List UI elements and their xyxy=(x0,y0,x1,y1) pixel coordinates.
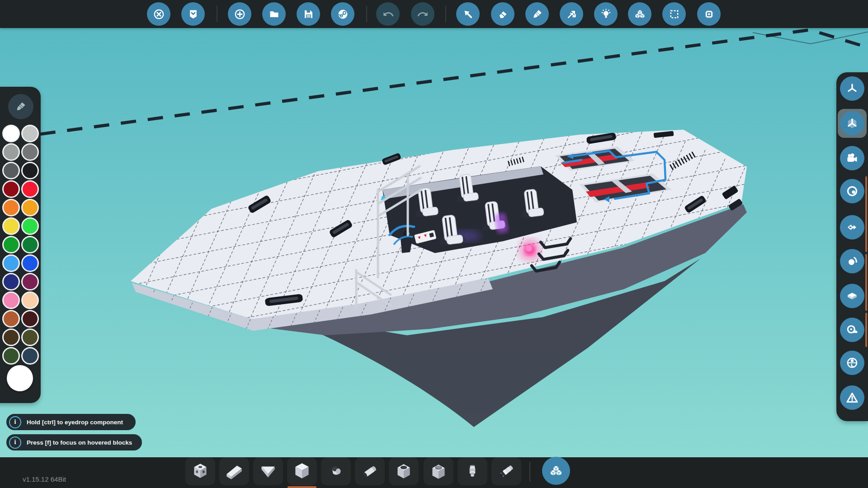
logic-tool-button[interactable] xyxy=(697,2,721,26)
pink-light-core xyxy=(526,245,532,252)
block-slot-hole-block[interactable] xyxy=(389,457,419,485)
color-swatch[interactable] xyxy=(2,310,20,328)
wedge-block-icon xyxy=(224,461,245,482)
camera-mode-button[interactable] xyxy=(840,146,864,170)
eraser-tool-button[interactable] xyxy=(491,2,514,26)
box-select-tool-button[interactable] xyxy=(662,2,686,26)
undo-icon xyxy=(382,8,394,20)
joint-block-icon xyxy=(462,461,483,482)
save-button[interactable] xyxy=(297,2,320,26)
steam-icon xyxy=(337,8,349,20)
scroll-indicator[interactable] xyxy=(865,254,867,311)
block-slot-pipe-elbow[interactable] xyxy=(321,457,351,485)
tooltip-text: Hold [ctrl] to eyedrop component xyxy=(27,419,123,426)
color-swatch[interactable] xyxy=(21,254,39,272)
hole-block-icon xyxy=(393,461,414,482)
blocks-tool-button[interactable] xyxy=(628,2,651,26)
color-swatch[interactable] xyxy=(21,162,39,179)
focus-target-button[interactable] xyxy=(840,179,864,203)
color-swatch[interactable] xyxy=(21,328,39,346)
flag-chevron-icon xyxy=(187,8,199,20)
mirror-arrows-icon xyxy=(845,221,859,234)
dashed-selection-icon xyxy=(668,8,680,20)
color-swatch[interactable] xyxy=(21,143,39,161)
close-button[interactable] xyxy=(147,2,170,26)
block-slot-connector[interactable] xyxy=(185,457,215,485)
scroll-indicator[interactable] xyxy=(865,313,867,347)
rotate-build-button[interactable] xyxy=(840,249,864,273)
block-slot-dome-block[interactable] xyxy=(424,457,453,485)
scroll-indicator[interactable] xyxy=(865,176,867,252)
color-swatch[interactable] xyxy=(2,328,20,346)
color-swatch[interactable] xyxy=(2,273,20,291)
block-slot-joint[interactable] xyxy=(458,457,487,485)
color-swatch[interactable] xyxy=(21,236,39,253)
color-swatch[interactable] xyxy=(21,310,39,328)
target-icon xyxy=(845,184,859,198)
color-swatch[interactable] xyxy=(2,125,20,142)
color-swatch[interactable] xyxy=(21,199,39,216)
color-swatch-grid xyxy=(0,87,41,403)
color-swatch[interactable] xyxy=(2,217,20,235)
tape-measure-icon xyxy=(845,323,859,337)
pipe-elbow-icon xyxy=(326,461,346,482)
day-night-icon xyxy=(845,356,859,370)
color-swatch[interactable] xyxy=(21,125,39,142)
measure-tape-button[interactable] xyxy=(840,318,864,342)
transform-tool-button[interactable] xyxy=(560,2,583,26)
day-night-button[interactable] xyxy=(840,351,864,375)
color-swatch[interactable] xyxy=(21,347,39,365)
mirror-mode-button[interactable] xyxy=(840,215,864,239)
block-slot-wedge[interactable] xyxy=(219,457,249,485)
warning-triangle-icon xyxy=(845,391,859,404)
color-swatch[interactable] xyxy=(2,143,20,161)
view-settings-panel xyxy=(836,72,868,421)
color-swatch[interactable] xyxy=(21,273,39,291)
tooltip-text: Press [f] to focus on hovered blocks xyxy=(27,439,132,446)
color-swatch[interactable] xyxy=(2,162,20,179)
base-plate-button[interactable] xyxy=(840,284,864,308)
open-build-button[interactable] xyxy=(262,2,286,26)
color-swatch[interactable] xyxy=(2,236,20,253)
block-slot-corner-wedge[interactable] xyxy=(253,457,283,485)
block-slot-cube[interactable] xyxy=(287,457,317,485)
color-swatch[interactable] xyxy=(2,254,20,272)
warnings-button[interactable] xyxy=(840,385,864,410)
color-swatch[interactable] xyxy=(21,291,39,309)
color-swatch[interactable] xyxy=(2,347,20,365)
rotate-icon xyxy=(845,254,859,268)
selected-color[interactable] xyxy=(7,365,33,391)
color-swatch[interactable] xyxy=(2,199,20,216)
redo-button[interactable] xyxy=(411,2,434,26)
all-blocks-menu-button[interactable] xyxy=(542,457,570,485)
select-tool-button[interactable] xyxy=(456,2,480,26)
steam-workshop-button[interactable] xyxy=(331,2,354,26)
cylinder-block-icon xyxy=(359,461,380,482)
thruster-block-icon xyxy=(496,461,517,482)
toolbar-separator xyxy=(217,6,217,22)
new-build-button[interactable] xyxy=(228,2,251,26)
folder-icon xyxy=(268,8,280,20)
blocks-icon xyxy=(549,464,563,478)
local-axes-button[interactable] xyxy=(840,111,864,136)
info-icon: i xyxy=(9,416,21,428)
toolbar-separator xyxy=(366,6,367,22)
undo-button[interactable] xyxy=(376,2,400,26)
info-icon: i xyxy=(9,436,21,449)
tooltip-eyedrop: i Hold [ctrl] to eyedrop component xyxy=(6,414,136,430)
block-slot-cylinder[interactable] xyxy=(355,457,385,485)
color-swatch[interactable] xyxy=(2,291,20,309)
plus-icon xyxy=(234,8,246,20)
flag-menu-button[interactable] xyxy=(181,2,205,26)
flat-block-icon xyxy=(845,289,859,303)
world-axes-button[interactable] xyxy=(840,76,864,101)
block-slot-thruster[interactable] xyxy=(491,457,521,485)
color-swatch[interactable] xyxy=(21,217,39,235)
light-tool-button[interactable] xyxy=(594,2,618,26)
paint-brush-icon xyxy=(531,8,543,20)
world-axes-icon xyxy=(845,82,859,95)
color-swatch[interactable] xyxy=(2,180,20,198)
redo-icon xyxy=(417,8,429,20)
paint-tool-button[interactable] xyxy=(525,2,549,26)
color-swatch[interactable] xyxy=(21,180,39,198)
